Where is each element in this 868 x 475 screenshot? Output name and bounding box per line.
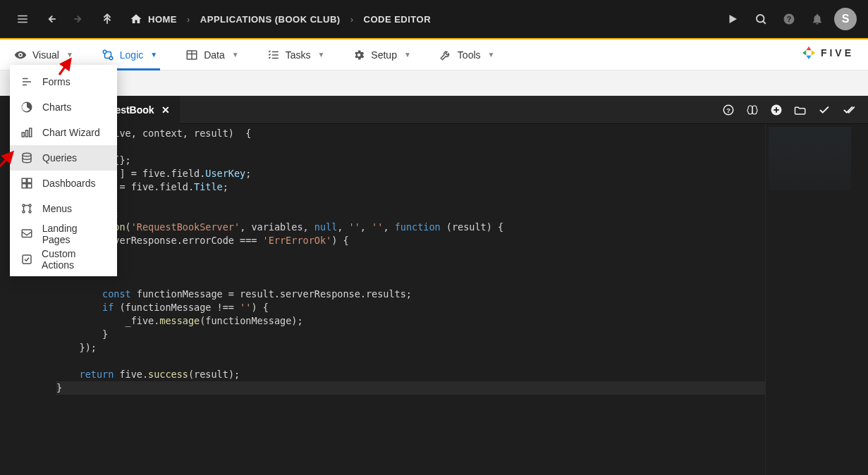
chevron-down-icon: ▼ [66, 51, 73, 58]
svg-marker-7 [730, 15, 738, 23]
bell-icon[interactable] [806, 8, 829, 30]
menu-logic-label: Logic [120, 49, 143, 61]
dd-item-label: Queries [42, 152, 77, 164]
nav-forward-icon [68, 8, 90, 30]
play-icon[interactable] [721, 8, 744, 30]
svg-rect-37 [22, 178, 26, 183]
check-icon[interactable] [814, 100, 834, 120]
svg-point-12 [20, 54, 22, 56]
breadcrumb-page[interactable]: CODE EDITOR [364, 14, 432, 25]
minimap[interactable] [765, 124, 857, 475]
tasks-icon [267, 49, 280, 61]
chevron-right-icon: › [187, 14, 190, 25]
svg-point-13 [103, 50, 106, 54]
menu-tasks[interactable]: Tasks ▼ [267, 39, 325, 70]
menu-setup[interactable]: Setup ▼ [353, 39, 411, 70]
check-all-icon[interactable] [838, 100, 858, 120]
dd-item-icon [20, 152, 34, 164]
dropdown-item-custom-actions[interactable]: Custom Actions [10, 247, 117, 272]
vertical-scrollbar[interactable] [857, 124, 868, 475]
dd-item-label: Custom Actions [42, 248, 107, 271]
menu-setup-label: Setup [371, 49, 397, 61]
menubar: Visual ▼ Logic ▼ Data ▼ Tasks ▼ Setup ▼ … [0, 39, 868, 70]
dd-item-icon [20, 177, 34, 190]
menu-tasks-label: Tasks [286, 49, 311, 61]
gear-icon [353, 49, 365, 61]
code-editor: uestBook ✕ RequestBook ✕ ? 1112131415161… [0, 96, 868, 475]
code-area[interactable]: uestBook(five, context, result) { riable… [49, 124, 765, 475]
dropdown-item-dashboards[interactable]: Dashboards [10, 171, 117, 196]
subheader [0, 70, 868, 96]
home-icon[interactable]: HOME [130, 13, 177, 25]
logic-icon [102, 49, 114, 61]
svg-rect-38 [27, 178, 32, 183]
dd-item-label: Charts [42, 101, 71, 113]
svg-text:?: ? [787, 15, 791, 23]
svg-point-8 [757, 15, 764, 23]
add-icon[interactable] [766, 100, 786, 120]
dropdown-item-landing-pages[interactable]: Landing Pages [10, 221, 117, 247]
chevron-down-icon: ▼ [488, 51, 495, 58]
chevron-right-icon: › [350, 14, 354, 25]
dd-item-label: Menus [42, 203, 72, 214]
svg-rect-34 [26, 130, 28, 137]
avatar[interactable]: S [834, 8, 857, 30]
nav-up-icon[interactable] [96, 8, 118, 30]
svg-rect-35 [30, 128, 32, 137]
svg-point-42 [29, 204, 31, 206]
dd-item-icon [20, 75, 34, 88]
dropdown-item-menus[interactable]: Menus [10, 196, 117, 221]
hint-icon[interactable]: ? [719, 100, 738, 120]
menu-tools[interactable]: Tools ▼ [439, 39, 495, 70]
eye-icon [14, 49, 27, 61]
dd-item-icon [20, 202, 34, 215]
svg-point-41 [23, 204, 25, 206]
dropdown-item-queries[interactable]: Queries [10, 145, 117, 171]
menu-data[interactable]: Data ▼ [185, 39, 238, 70]
search-icon[interactable] [750, 8, 772, 30]
svg-marker-21 [806, 47, 811, 51]
svg-point-43 [23, 211, 25, 213]
dd-item-label: Forms [42, 76, 71, 87]
dd-item-icon [20, 253, 33, 266]
dropdown-item-chart-wizard[interactable]: Chart Wizard [10, 120, 117, 145]
svg-rect-40 [27, 184, 32, 188]
svg-rect-39 [22, 184, 26, 188]
dd-item-icon [20, 228, 34, 240]
nav-back-icon[interactable] [39, 8, 62, 30]
folder-open-icon[interactable] [790, 100, 810, 120]
brand-logo: FIVE [801, 45, 854, 61]
dd-item-label: Chart Wizard [42, 127, 100, 138]
svg-rect-49 [23, 255, 31, 264]
svg-rect-33 [22, 132, 24, 137]
hamburger-icon[interactable] [11, 8, 34, 30]
svg-point-36 [23, 153, 31, 156]
menu-tools-label: Tools [458, 49, 481, 61]
table-icon [185, 49, 198, 61]
breadcrumb-app[interactable]: APPLICATIONS (BOOK CLUB) [200, 14, 341, 25]
dd-item-icon [20, 101, 34, 113]
chevron-down-icon: ▼ [317, 51, 324, 58]
svg-text:?: ? [726, 106, 731, 113]
dropdown-item-forms[interactable]: Forms [10, 69, 117, 94]
visual-dropdown: FormsChartsChart WizardQueriesDashboards… [10, 65, 117, 276]
close-icon[interactable]: ✕ [161, 104, 170, 116]
help-icon[interactable]: ? [778, 8, 800, 30]
brain-icon[interactable] [742, 100, 762, 120]
menu-visual-label: Visual [32, 49, 59, 61]
breadcrumb: HOME › APPLICATIONS (BOOK CLUB) › CODE E… [130, 13, 431, 25]
topbar: HOME › APPLICATIONS (BOOK CLUB) › CODE E… [0, 0, 868, 39]
svg-point-14 [109, 56, 113, 60]
svg-marker-23 [812, 50, 816, 55]
svg-marker-22 [802, 50, 807, 55]
svg-point-44 [29, 211, 31, 213]
editor-tabs: uestBook ✕ RequestBook ✕ ? [11, 96, 868, 124]
svg-line-9 [763, 21, 766, 24]
dd-item-icon [20, 126, 34, 139]
tools-icon [439, 49, 452, 61]
dd-item-label: Dashboards [42, 178, 96, 189]
breadcrumb-home[interactable]: HOME [148, 14, 177, 25]
dropdown-item-charts[interactable]: Charts [10, 94, 117, 120]
dd-item-label: Landing Pages [42, 223, 107, 245]
chevron-down-icon: ▼ [404, 51, 411, 58]
